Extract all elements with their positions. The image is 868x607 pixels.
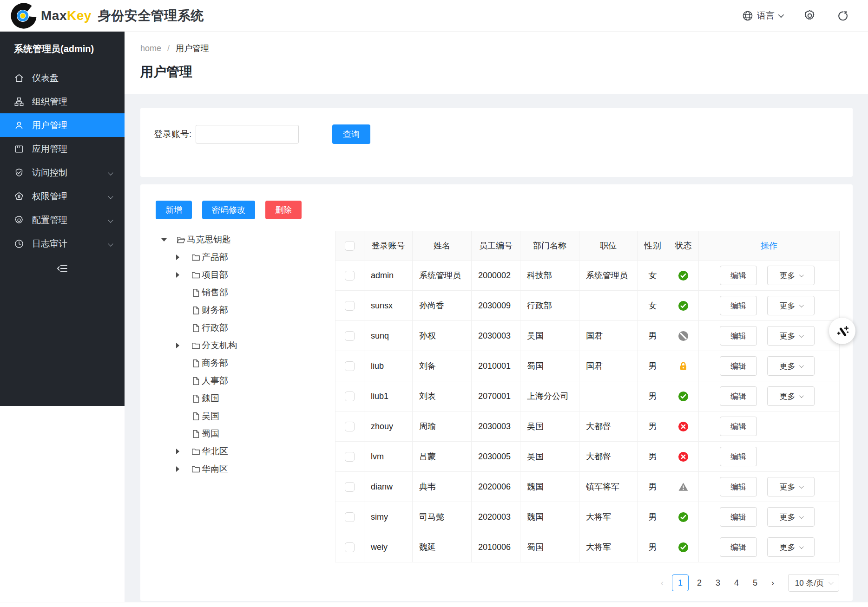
row-checkbox[interactable] — [345, 422, 355, 431]
page-number-1[interactable]: 1 — [672, 574, 689, 591]
sidebar-collapse-button[interactable] — [56, 262, 69, 275]
edit-button[interactable]: 编辑 — [720, 356, 757, 376]
page-size-select[interactable]: 10 条/页 — [788, 574, 839, 592]
cell-name: 魏延 — [413, 532, 472, 562]
row-checkbox[interactable] — [345, 542, 355, 552]
tree-node[interactable]: 产品部 — [140, 248, 319, 266]
tree-node[interactable]: 魏国 — [140, 390, 319, 407]
sidebar-item-applications[interactable]: 应用管理 — [0, 137, 125, 161]
row-checkbox[interactable] — [345, 452, 355, 462]
sidebar-item-access-control[interactable]: 访问控制 — [0, 161, 125, 184]
cell-gender: 男 — [638, 411, 668, 442]
sidebar-item-organization[interactable]: 组织管理 — [0, 90, 125, 113]
logout-button[interactable] — [836, 9, 849, 22]
tree-node[interactable]: 行政部 — [140, 319, 319, 337]
edit-button[interactable]: 编辑 — [720, 326, 757, 346]
more-button[interactable]: 更多 — [767, 326, 815, 346]
caret-right-icon[interactable] — [176, 272, 179, 278]
query-button[interactable]: 查询 — [332, 124, 370, 144]
cell-gender: 男 — [638, 532, 668, 562]
sidebar-item-permissions[interactable]: 权限管理 — [0, 184, 125, 208]
edit-button[interactable]: 编辑 — [720, 477, 757, 496]
account-search-input[interactable] — [196, 125, 299, 144]
edit-button[interactable]: 编辑 — [720, 507, 757, 527]
edit-button[interactable]: 编辑 — [720, 417, 757, 436]
sidebar-item-configuration[interactable]: 配置管理 — [0, 208, 125, 232]
row-checkbox[interactable] — [345, 361, 355, 371]
cell-emp-no: 2030003 — [472, 321, 520, 351]
add-user-button[interactable]: 新增 — [156, 201, 192, 219]
tree-node[interactable]: 蜀国 — [140, 425, 319, 443]
page-number-3[interactable]: 3 — [710, 574, 726, 591]
tree-node[interactable]: 华北区 — [140, 443, 319, 460]
more-button[interactable]: 更多 — [767, 356, 815, 376]
edit-button[interactable]: 编辑 — [720, 386, 757, 406]
settings-button[interactable] — [803, 9, 816, 22]
col-header-name: 姓名 — [413, 231, 472, 261]
edit-button[interactable]: 编辑 — [720, 296, 757, 315]
cell-gender: 女 — [638, 261, 668, 291]
tree-node-root[interactable]: 马克思钥匙 — [140, 231, 319, 248]
more-button[interactable]: 更多 — [767, 386, 815, 406]
tree-node[interactable]: 华南区 — [140, 460, 319, 478]
caret-right-icon[interactable] — [176, 255, 179, 260]
page-number-2[interactable]: 2 — [691, 574, 707, 591]
cell-name: 典韦 — [413, 472, 472, 502]
row-checkbox[interactable] — [345, 512, 355, 522]
more-button[interactable]: 更多 — [767, 537, 815, 557]
cell-emp-no: 2020006 — [472, 472, 520, 502]
row-checkbox[interactable] — [345, 482, 355, 492]
chevron-down-icon — [108, 241, 113, 246]
prev-page-button[interactable]: ‹ — [655, 574, 669, 591]
config-gear-icon — [14, 215, 24, 225]
page-number-4[interactable]: 4 — [729, 574, 744, 591]
next-page-button[interactable]: › — [766, 574, 780, 591]
caret-right-icon[interactable] — [176, 466, 179, 472]
row-checkbox[interactable] — [345, 271, 355, 281]
cell-gender: 男 — [638, 351, 668, 381]
more-button[interactable]: 更多 — [767, 507, 815, 527]
col-header-account: 登录账号 — [364, 231, 413, 261]
cell-position: 镇军将军 — [579, 472, 638, 502]
breadcrumb-home-link[interactable]: home — [140, 44, 161, 53]
edit-button[interactable]: 编辑 — [720, 266, 757, 285]
app-icon — [14, 144, 24, 154]
sidebar-item-audit-log[interactable]: 日志审计 — [0, 232, 125, 255]
page-number-5[interactable]: 5 — [747, 574, 763, 591]
caret-right-icon[interactable] — [176, 449, 179, 454]
more-button[interactable]: 更多 — [767, 266, 815, 285]
caret-down-icon[interactable] — [161, 238, 167, 241]
tree-node[interactable]: 财务部 — [140, 301, 319, 319]
edit-button[interactable]: 编辑 — [720, 447, 757, 466]
table-row: dianw 典韦 2020006 魏国 镇军将军 男 编辑 更多 — [335, 472, 840, 502]
col-header-dept: 部门名称 — [520, 231, 579, 261]
cell-emp-no: 2010006 — [472, 532, 520, 562]
tree-node[interactable]: 吴国 — [140, 407, 319, 425]
tree-node[interactable]: 项目部 — [140, 266, 319, 284]
language-menu[interactable]: 语言 — [742, 10, 783, 22]
delete-button[interactable]: 删除 — [265, 201, 302, 219]
sidebar-item-dashboard[interactable]: 仪表盘 — [0, 66, 125, 90]
org-icon — [14, 97, 24, 107]
tree-node-label: 项目部 — [202, 269, 228, 281]
more-button[interactable]: 更多 — [767, 296, 815, 315]
row-checkbox[interactable] — [345, 392, 355, 401]
tree-node[interactable]: 分支机构 — [140, 337, 319, 354]
change-password-button[interactable]: 密码修改 — [202, 201, 255, 219]
more-button[interactable]: 更多 — [767, 477, 815, 496]
tree-node[interactable]: 商务部 — [140, 354, 319, 372]
tree-node[interactable]: 销售部 — [140, 284, 319, 301]
org-tree: 马克思钥匙 产品部 项目部 — [140, 231, 319, 601]
sidebar-item-users[interactable]: 用户管理 — [0, 113, 125, 137]
status-locked-icon — [678, 361, 689, 372]
select-all-checkbox[interactable] — [345, 241, 355, 251]
caret-right-icon[interactable] — [176, 343, 179, 348]
tree-node[interactable]: 人事部 — [140, 372, 319, 390]
row-checkbox[interactable] — [345, 331, 355, 341]
edit-button[interactable]: 编辑 — [720, 537, 757, 557]
cell-position: 大将军 — [579, 502, 638, 532]
row-checkbox[interactable] — [345, 301, 355, 311]
table-row: liub1 刘表 2070001 上海分公司 男 编辑 更多 — [335, 381, 840, 411]
tree-node-label: 华北区 — [202, 445, 228, 457]
magic-wand-fab[interactable] — [829, 318, 855, 344]
